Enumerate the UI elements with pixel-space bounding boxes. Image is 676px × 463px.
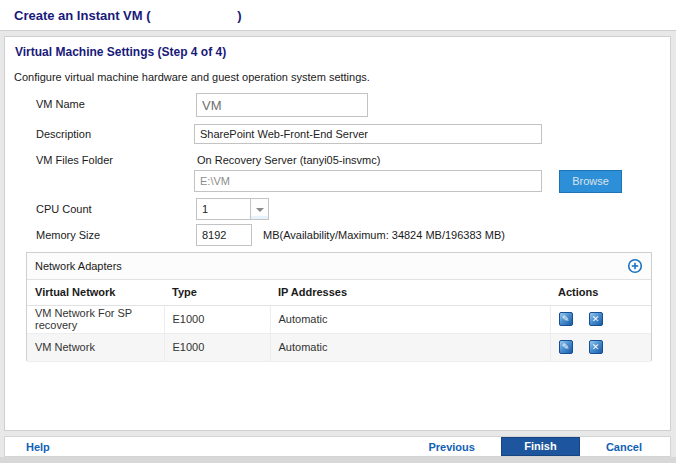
- cpu-count-label: CPU Count: [36, 203, 92, 215]
- vm-files-folder-location: On Recovery Server (tanyi05-insvmc): [197, 154, 380, 166]
- table-row: VM Network For SP recovery E1000 Automat…: [27, 305, 651, 333]
- memory-size-label: Memory Size: [36, 229, 100, 241]
- cpu-count-dropdown-button[interactable]: [251, 198, 269, 220]
- add-adapter-icon[interactable]: [627, 258, 643, 274]
- page-subtitle: Configure virtual machine hardware and g…: [14, 71, 370, 83]
- page-bottom-margin: [0, 457, 676, 463]
- window-title: Create an Instant VM ( ): [14, 0, 676, 31]
- footer-buttons: Previous Finish Cancel: [428, 437, 642, 456]
- vm-files-path-input[interactable]: [194, 170, 542, 192]
- finish-button[interactable]: Finish: [501, 437, 580, 456]
- cell-type: E1000: [164, 333, 270, 361]
- row-actions: ✎ ✕: [559, 340, 644, 354]
- cell-virtual-network: VM Network For SP recovery: [27, 305, 164, 333]
- cpu-count-combobox[interactable]: [196, 198, 269, 220]
- chevron-down-icon: [256, 208, 264, 212]
- help-link[interactable]: Help: [26, 441, 50, 453]
- table-row: VM Network E1000 Automatic ✎ ✕: [27, 333, 651, 361]
- row-actions: ✎ ✕: [559, 312, 644, 326]
- description-label: Description: [36, 128, 91, 140]
- memory-size-input[interactable]: [196, 224, 252, 246]
- column-header-type: Type: [164, 280, 270, 305]
- cell-ip-addresses: Automatic: [270, 305, 550, 333]
- previous-button[interactable]: Previous: [428, 441, 474, 453]
- cell-virtual-network: VM Network: [27, 333, 164, 361]
- edit-adapter-icon[interactable]: ✎: [559, 340, 573, 354]
- vm-name-label: VM Name: [36, 98, 85, 110]
- vm-settings-panel: Virtual Machine Settings (Step 4 of 4) C…: [4, 36, 671, 431]
- network-adapters-panel: Network Adapters Virtual Network Type IP…: [26, 252, 652, 361]
- footer-action-bar: Help Previous Finish Cancel: [4, 436, 671, 457]
- cell-ip-addresses: Automatic: [270, 333, 550, 361]
- column-header-virtual-network: Virtual Network: [27, 280, 164, 305]
- delete-adapter-icon[interactable]: ✕: [589, 312, 603, 326]
- cancel-button[interactable]: Cancel: [606, 441, 642, 453]
- window-title-bar: Create an Instant VM ( ): [0, 0, 676, 31]
- edit-adapter-icon[interactable]: ✎: [559, 312, 573, 326]
- vm-files-folder-label: VM Files Folder: [36, 154, 113, 166]
- browse-button[interactable]: Browse: [559, 170, 622, 193]
- cell-type: E1000: [164, 305, 270, 333]
- vm-name-input[interactable]: [196, 93, 368, 117]
- network-adapters-table: Virtual Network Type IP Addresses Action…: [27, 280, 651, 362]
- network-adapters-title: Network Adapters: [35, 260, 122, 272]
- table-header-row: Virtual Network Type IP Addresses Action…: [27, 280, 651, 305]
- column-header-ip-addresses: IP Addresses: [270, 280, 550, 305]
- delete-adapter-icon[interactable]: ✕: [589, 340, 603, 354]
- network-adapters-header: Network Adapters: [27, 253, 651, 280]
- page-title: Virtual Machine Settings (Step 4 of 4): [15, 45, 226, 59]
- memory-availability-hint: MB(Availability/Maximum: 34824 MB/196383…: [263, 229, 505, 241]
- column-header-actions: Actions: [550, 280, 651, 305]
- cpu-count-input[interactable]: [196, 198, 251, 220]
- description-input[interactable]: [194, 124, 542, 144]
